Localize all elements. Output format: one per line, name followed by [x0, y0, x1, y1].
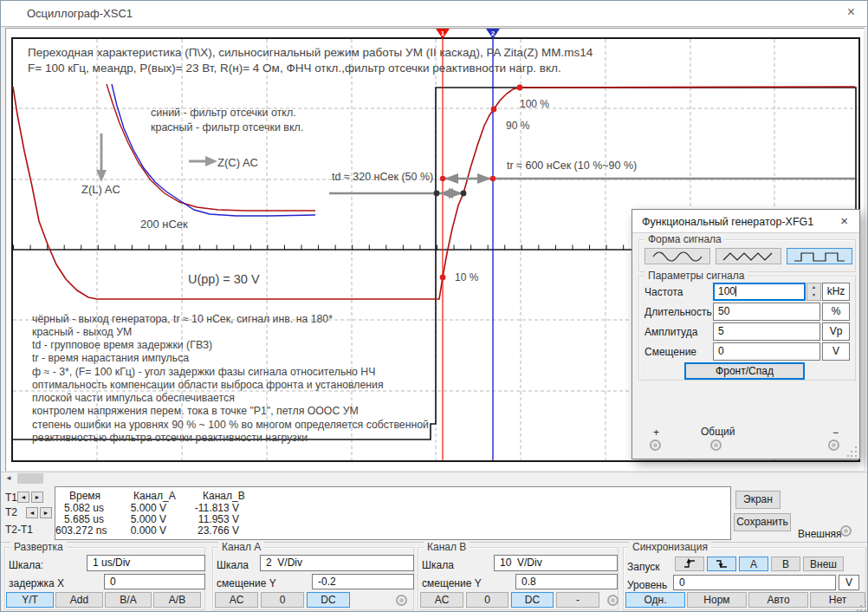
scrollbar-thumb[interactable]: [17, 473, 43, 484]
note-line: оптимальность компенсации области выброс…: [32, 379, 384, 391]
timebase-xpos-field[interactable]: 0: [104, 574, 205, 589]
t1-left-button[interactable]: ◄: [17, 492, 29, 503]
scroll-left-icon[interactable]: ◄: [1, 472, 16, 485]
note-line: контролем напряжения перем. тока в точке…: [32, 405, 359, 417]
channel-b-terminal[interactable]: [607, 595, 619, 606]
common-terminal[interactable]: [710, 439, 722, 451]
zl-label: Z(L) AC: [81, 183, 120, 196]
t1-right-button[interactable]: ►: [31, 492, 43, 503]
t2-left-button[interactable]: ◄: [26, 507, 38, 518]
triangle-wave-button[interactable]: [716, 248, 781, 264]
plus-terminal-label: +: [653, 426, 659, 439]
timebase-scale-field[interactable]: 1 us/Div: [87, 555, 205, 571]
channel-b-ac-button[interactable]: AC: [420, 592, 463, 608]
trigger-group: Синхронизация Запуск A B Внеш Уровень 0 …: [623, 547, 866, 610]
common-terminal-label: Общий: [701, 426, 735, 438]
yt-button[interactable]: Y/T: [6, 592, 54, 608]
duty-label: Длительность: [645, 306, 712, 318]
rising-edge-button[interactable]: [675, 557, 704, 571]
upp-label: U(pp) = 30 V: [188, 272, 260, 286]
right-arrow-icon: [189, 156, 217, 166]
channel-b-minus-button[interactable]: -: [556, 592, 599, 608]
trigger-source-a-button[interactable]: A: [739, 557, 768, 571]
window-resize-grip[interactable]: [857, 601, 867, 611]
frequency-spinner[interactable]: ▲ ▼: [806, 283, 821, 301]
trigger-group-title: Синхронизация: [629, 541, 711, 553]
trigger-single-button[interactable]: Одн.: [625, 592, 685, 608]
ba-button[interactable]: B/A: [105, 592, 152, 608]
external-trigger-terminal[interactable]: [840, 525, 852, 537]
t2t1-label: T2-T1: [5, 524, 33, 536]
t2t1-time: 603.272 ns: [55, 524, 104, 537]
channel-a-ac-button[interactable]: AC: [215, 592, 258, 608]
trigger-auto-button[interactable]: Авто: [748, 592, 808, 608]
channel-a-scale-field[interactable]: 2 V/Div: [260, 555, 414, 571]
inset-time-label: 200 нСек: [140, 218, 188, 231]
controls-panel: Развертка Шкала: 1 us/Div задержка X 0 Y…: [1, 542, 868, 612]
col-header-time: Время: [69, 490, 100, 502]
minus-terminal-label: −: [832, 426, 839, 439]
channel-a-offset-field[interactable]: -0.2: [312, 574, 414, 589]
edge-settings-button[interactable]: Фронт/Спад: [684, 362, 805, 380]
channel-b-group-title: Канал B: [424, 541, 470, 553]
channel-b-offset-field[interactable]: 0.8: [515, 574, 618, 589]
spin-down-icon[interactable]: ▼: [807, 291, 820, 299]
channel-a-terminal[interactable]: [396, 595, 407, 606]
channel-b-zero-button[interactable]: 0: [466, 592, 508, 608]
p90-label: 90 %: [506, 120, 529, 132]
timebase-xpos-label: задержка X: [9, 577, 64, 589]
sine-wave-button[interactable]: [645, 248, 710, 264]
ab-button[interactable]: A/B: [153, 592, 201, 608]
timebase-scale-label: Шкала:: [9, 559, 43, 571]
channel-a-offset-label: смещение Y: [217, 577, 276, 589]
trigger-source-ext-button[interactable]: Внеш: [803, 557, 844, 571]
tr-label: tr ≈ 600 нСек (10 %~90 %): [507, 160, 637, 172]
channel-b-dc-button[interactable]: DC: [511, 592, 554, 608]
amplitude-input[interactable]: 5: [713, 322, 820, 341]
add-button[interactable]: Add: [55, 592, 103, 608]
square-wave-button[interactable]: [787, 248, 852, 264]
minus-terminal[interactable]: [828, 439, 839, 451]
plus-terminal[interactable]: [650, 439, 661, 451]
square-wave-icon: [793, 251, 846, 263]
note-line: реактивностью фильтра отсечки реактивнос…: [32, 432, 308, 444]
t2-time: 5.685 us: [55, 513, 104, 525]
frequency-label: Частота: [645, 286, 683, 298]
trigger-level-label: Уровень: [627, 579, 667, 591]
zc-label: Z(C) AC: [217, 156, 258, 169]
duty-unit: %: [822, 303, 850, 321]
frequency-input[interactable]: 100: [713, 283, 806, 301]
channel-b-group: Канал B Шкала 10 V/Div смещение Y 0.8 AC…: [418, 547, 619, 610]
cursor-1-number: 1: [441, 29, 445, 37]
trigger-normal-button[interactable]: Норм: [687, 592, 747, 608]
legend-blue: синий - фильтр отсечки откл.: [151, 107, 296, 119]
close-icon[interactable]: ×: [842, 4, 860, 20]
timebase-group-title: Развертка: [10, 541, 67, 553]
trigger-source-b-button[interactable]: B: [771, 557, 800, 571]
dialog-close-icon[interactable]: ×: [836, 213, 852, 228]
frequency-unit: kHz: [822, 283, 850, 301]
screen-button[interactable]: Экран: [735, 491, 781, 509]
offset-input[interactable]: 0: [713, 342, 820, 361]
trigger-level-field[interactable]: 0: [673, 575, 836, 590]
spin-up-icon[interactable]: ▲: [807, 283, 820, 291]
channel-a-dc-button[interactable]: DC: [307, 592, 350, 608]
measurement-table: Время Канал_A Канал_B 5.082 us 5.000 V -…: [55, 486, 731, 540]
channel-b-scale-field[interactable]: 10 V/Div: [494, 555, 618, 571]
falling-edge-icon: [715, 557, 729, 569]
offset-label: Смещение: [645, 346, 696, 358]
falling-edge-button[interactable]: [707, 557, 736, 571]
p100-label: 100 %: [520, 98, 549, 110]
frequency-value: 100: [718, 285, 735, 297]
rising-edge-icon: [683, 557, 696, 569]
dialog-resize-grip[interactable]: [847, 446, 858, 457]
t2-right-button[interactable]: ►: [40, 507, 52, 518]
save-button[interactable]: Сохранить: [734, 513, 791, 531]
dialog-title: Функциональный генератор-XFG1: [642, 216, 813, 228]
horizontal-scrollbar[interactable]: ◄: [1, 472, 868, 485]
inset-blue-curve: [112, 84, 315, 216]
note-line: красный - выход УМ: [32, 326, 132, 338]
duty-input[interactable]: 50: [713, 303, 820, 321]
title-bar[interactable]: Осциллограф-XSC1 ×: [1, 1, 868, 27]
channel-a-zero-button[interactable]: 0: [261, 592, 304, 608]
